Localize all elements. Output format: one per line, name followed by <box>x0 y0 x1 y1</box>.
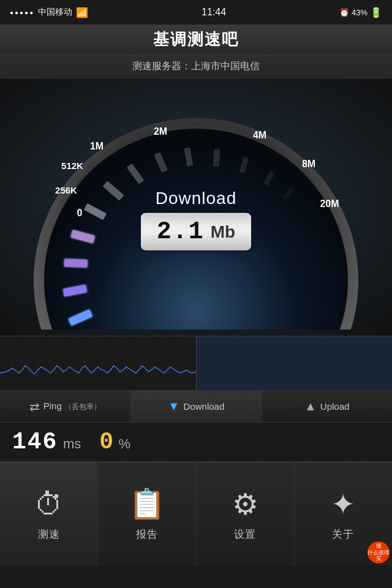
app-title: 基调测速吧 <box>153 29 239 50</box>
gauge-label: Download <box>156 189 237 208</box>
watermark-text: 值什么值得买 <box>368 543 390 562</box>
svg-text:0: 0 <box>77 208 83 218</box>
watermark-badge: 值什么值得买 <box>368 541 390 564</box>
svg-rect-36 <box>197 336 393 391</box>
nav-item-about[interactable]: ✦ 关于 值什么值得买 <box>295 462 392 566</box>
svg-text:256K: 256K <box>55 185 77 195</box>
gauge-value: 2.1 <box>157 218 205 246</box>
tabs-row: ⇄ Ping （丢包率） ▼ Download ▲ Upload <box>0 391 392 423</box>
ping-tab-label: Ping （丢包率） <box>43 401 101 412</box>
about-icon: ✦ <box>331 487 355 521</box>
chart-left-svg <box>0 336 196 391</box>
svg-text:2M: 2M <box>154 126 167 137</box>
status-bar: ●●●●● 中国移动 📶 11:44 ⏰ 43% 🔋 <box>0 0 392 24</box>
server-label: 测速服务器：上海市中国电信 <box>132 60 260 73</box>
upload-icon: ▲ <box>304 399 317 413</box>
svg-rect-20 <box>213 149 220 166</box>
status-left: ●●●●● 中国移动 📶 <box>10 7 88 18</box>
tab-ping[interactable]: ⇄ Ping （丢包率） <box>0 391 131 422</box>
download-icon: ▼ <box>168 399 180 413</box>
gauge-outer: 0 0 256K 512K 1M 2M 4M 8M 20M Download 2… <box>18 85 374 330</box>
svg-rect-13 <box>64 258 88 267</box>
settings-icon: ⚙ <box>232 487 258 521</box>
download-tab-label: Download <box>184 401 225 412</box>
settings-nav-label: 设置 <box>234 527 256 541</box>
chart-left <box>0 336 197 390</box>
speed-nav-label: 测速 <box>38 527 60 541</box>
status-right: ⏰ 43% 🔋 <box>339 7 382 18</box>
svg-text:512K: 512K <box>61 160 83 171</box>
nav-item-speed[interactable]: ⏱ 测速 <box>0 462 98 566</box>
svg-text:20M: 20M <box>320 198 339 209</box>
nav-item-report[interactable]: 📋 报告 <box>98 462 196 566</box>
svg-text:4M: 4M <box>253 130 266 140</box>
server-bar: 测速服务器：上海市中国电信 <box>0 55 392 78</box>
time-display: 11:44 <box>202 7 226 18</box>
report-icon: 📋 <box>129 487 165 521</box>
packet-loss-value: 0 <box>99 429 113 455</box>
wifi-icon: 📶 <box>76 7 88 18</box>
gauge-value-box: 2.1 Mb <box>141 213 251 251</box>
bottom-nav: ⏱ 测速 📋 报告 ⚙ 设置 ✦ 关于 值什么值得买 <box>0 462 392 566</box>
svg-text:1M: 1M <box>90 141 104 151</box>
chart-area <box>0 336 392 391</box>
gauge-container: 0 0 256K 512K 1M 2M 4M 8M 20M Download 2… <box>0 78 392 336</box>
svg-rect-34 <box>0 336 196 391</box>
stats-row: 146 ms 0 % <box>0 423 392 462</box>
gauge-unit: Mb <box>211 222 235 241</box>
ping-value: 146 <box>12 429 58 455</box>
title-bar: 基调测速吧 <box>0 24 392 55</box>
battery-icon: 🔋 <box>370 7 382 18</box>
ping-unit: ms <box>63 436 81 451</box>
packet-loss-group: 0 % <box>99 429 130 455</box>
speed-icon: ⏱ <box>34 488 64 521</box>
upload-tab-label: Upload <box>320 401 350 412</box>
ping-value-group: 146 ms <box>12 429 81 455</box>
chart-right <box>197 336 393 390</box>
about-nav-label: 关于 <box>332 527 354 541</box>
gauge-center: Download 2.1 Mb <box>141 189 251 251</box>
svg-text:8M: 8M <box>302 159 315 169</box>
packet-loss-unit: % <box>118 436 130 451</box>
nav-item-settings[interactable]: ⚙ 设置 <box>197 462 295 566</box>
report-nav-label: 报告 <box>136 527 158 541</box>
tab-upload[interactable]: ▲ Upload <box>262 391 392 422</box>
tab-download[interactable]: ▼ Download <box>131 391 262 422</box>
battery-percent: 43% <box>352 8 368 17</box>
carrier-label: 中国移动 <box>38 7 72 18</box>
alarm-icon: ⏰ <box>339 8 349 17</box>
ping-icon: ⇄ <box>29 399 40 414</box>
chart-right-svg <box>197 336 393 391</box>
